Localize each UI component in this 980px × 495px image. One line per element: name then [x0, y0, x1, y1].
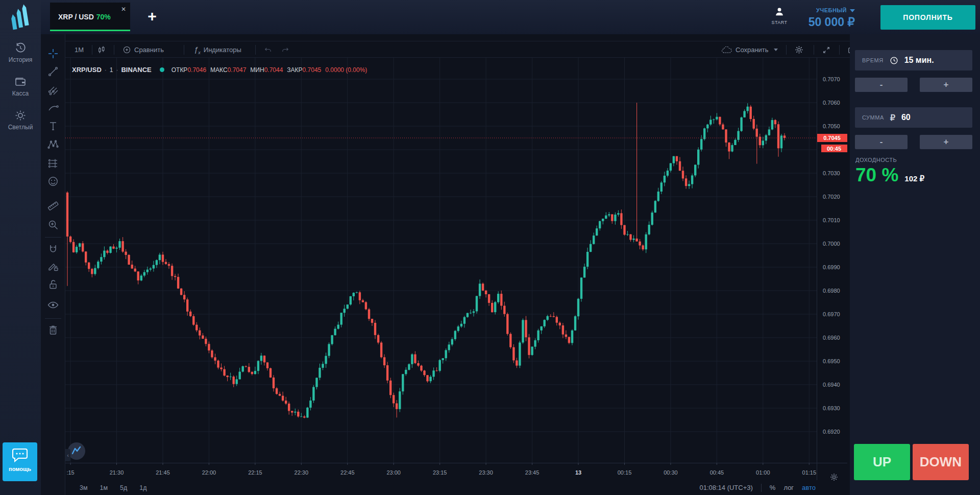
range-1d-button[interactable]: 1д — [139, 484, 146, 491]
pitchfork-tool-icon[interactable] — [47, 84, 59, 96]
svg-text:00:30: 00:30 — [664, 469, 678, 476]
chart-watermark-logo[interactable] — [68, 442, 85, 460]
legend-open-value: 0.7046 — [187, 66, 206, 74]
cloud-icon — [721, 46, 732, 54]
time-field-label: ВРЕМЯ — [862, 57, 884, 63]
time-field[interactable]: ВРЕМЯ 15 мин. — [855, 50, 972, 70]
toolbar-collapse-handle[interactable]: ‹ — [65, 449, 70, 461]
mountain-chart-icon — [68, 442, 85, 460]
legend-exchange: BINANCE — [121, 66, 151, 74]
text-tool-icon[interactable] — [47, 120, 59, 132]
light-theme-sun-icon — [14, 109, 27, 122]
chart-settings-button[interactable] — [794, 41, 804, 58]
tab-title: XRP / USD70% — [58, 13, 111, 21]
svg-text:0.6970: 0.6970 — [823, 311, 840, 317]
help-button-label: помощь — [9, 466, 31, 472]
auto-scale-button[interactable]: авто — [802, 484, 816, 491]
svg-text:0.7060: 0.7060 — [823, 100, 840, 106]
hide-all-eye-icon[interactable] — [47, 299, 59, 311]
forecast-tool-icon[interactable] — [47, 157, 59, 170]
legend-low-value: 0.7044 — [264, 66, 283, 74]
svg-text:23:00: 23:00 — [386, 469, 401, 476]
range-buttons: 3м 1м 5д 1д — [65, 484, 147, 491]
toolbar-divider — [92, 45, 92, 55]
compare-button[interactable]: Сравнить — [122, 41, 164, 58]
svg-text:0.6950: 0.6950 — [823, 358, 840, 364]
amount-plus-button[interactable]: + — [920, 135, 972, 149]
amount-minus-button[interactable]: - — [855, 135, 908, 149]
time-minus-button[interactable]: - — [855, 78, 908, 92]
topbar: XRP / USD70% ✕ + START УЧЕБНЫЙ 50 000 ₽ … — [41, 0, 980, 34]
tab-xrp-usd[interactable]: XRP / USD70% ✕ — [50, 3, 130, 31]
magnet-tool-icon[interactable] — [47, 243, 59, 255]
toolbar-divider — [184, 45, 184, 55]
ruler-tool-icon[interactable] — [47, 199, 59, 211]
toolbar-divider — [839, 45, 840, 55]
sidebar-item-label: Касса — [0, 90, 41, 97]
legend-interval: 1 — [110, 66, 113, 74]
redo-button[interactable] — [281, 41, 290, 58]
sidebar-item-history[interactable]: История — [0, 42, 41, 63]
chart-legend: XRP/USD · 1 · BINANCE ОТКР0.7046 МАКС0.7… — [72, 66, 367, 74]
sidebar: История Касса Светлый — [0, 0, 41, 495]
trend-line-tool-icon[interactable] — [47, 65, 59, 78]
sidebar-item-label: Светлый — [0, 124, 41, 131]
amount-field-label: СУММА — [862, 114, 884, 121]
payout-label: ДОХОДНОСТЬ — [855, 157, 897, 163]
add-tab-button[interactable]: + — [141, 5, 163, 29]
svg-text:0.6990: 0.6990 — [823, 264, 840, 270]
amount-field[interactable]: СУММА ₽ 60 — [855, 107, 972, 128]
svg-text:13: 13 — [575, 469, 581, 476]
svg-text:0.6960: 0.6960 — [823, 335, 840, 341]
remove-all-trash-icon[interactable] — [47, 324, 59, 336]
range-5d-button[interactable]: 5д — [120, 484, 127, 491]
tab-payout: 70% — [96, 13, 111, 21]
chart-area: 1M Сравнить ƒx Индикаторы — [41, 34, 850, 495]
svg-text:00:45: 00:45 — [827, 146, 841, 152]
legend-close-value: 0.7045 — [303, 66, 322, 74]
help-button[interactable]: помощь — [3, 442, 37, 481]
svg-text:22:00: 22:00 — [202, 469, 216, 476]
brush-tool-icon[interactable] — [47, 102, 59, 114]
svg-text:23:30: 23:30 — [479, 469, 493, 476]
deposit-button[interactable]: ПОПОЛНИТЬ — [880, 5, 975, 30]
sidebar-item-theme[interactable]: Светлый — [0, 109, 41, 131]
sidebar-item-cashier[interactable]: Касса — [0, 76, 41, 97]
ruble-icon: ₽ — [890, 113, 895, 123]
crosshair-tool-icon[interactable] — [47, 48, 59, 60]
svg-text:23:15: 23:15 — [433, 469, 447, 476]
drawing-mode-lock-icon[interactable] — [47, 260, 59, 272]
fullscreen-button[interactable] — [822, 41, 831, 58]
candles-icon — [97, 45, 106, 55]
up-button[interactable]: UP — [854, 444, 910, 480]
indicators-button[interactable]: ƒx Индикаторы — [194, 41, 241, 58]
account-type: УЧЕБНЫЙ — [816, 7, 847, 13]
range-1m-button[interactable]: 1м — [100, 484, 108, 491]
fullscreen-icon — [822, 45, 831, 55]
zoom-in-tool-icon[interactable] — [47, 219, 59, 231]
svg-text:0.7030: 0.7030 — [823, 170, 840, 176]
svg-text:0.6940: 0.6940 — [823, 382, 840, 388]
undo-button[interactable] — [263, 41, 273, 58]
down-button[interactable]: DOWN — [913, 444, 969, 480]
unlock-all-icon[interactable] — [47, 278, 59, 291]
xabcd-pattern-tool-icon[interactable] — [47, 138, 59, 151]
emoji-tool-icon[interactable] — [47, 175, 59, 187]
brand-logo[interactable] — [6, 4, 33, 31]
divider — [761, 484, 762, 492]
account-summary[interactable]: УЧЕБНЫЙ 50 000 ₽ — [783, 5, 855, 29]
toolbar-divider — [255, 45, 256, 55]
time-plus-button[interactable]: + — [920, 78, 972, 92]
clock-utc[interactable]: 01:08:14 (UTC+3) — [699, 484, 752, 491]
range-3m-button[interactable]: 3м — [80, 484, 88, 491]
log-scale-button[interactable]: лог — [783, 484, 794, 491]
chevron-down-icon — [850, 9, 855, 12]
trading-app: История Касса Светлый — [0, 0, 980, 495]
tab-close-icon[interactable]: ✕ — [121, 6, 126, 13]
interval-button[interactable]: 1M — [75, 41, 84, 58]
price-chart[interactable]: 0.70700.70600.70500.70400.70300.70200.70… — [65, 58, 847, 480]
percent-scale-button[interactable]: % — [770, 484, 776, 491]
chart-style-button[interactable] — [97, 41, 106, 58]
save-layout-button[interactable]: Сохранить — [721, 41, 778, 58]
brand-logo-icon — [6, 4, 33, 31]
